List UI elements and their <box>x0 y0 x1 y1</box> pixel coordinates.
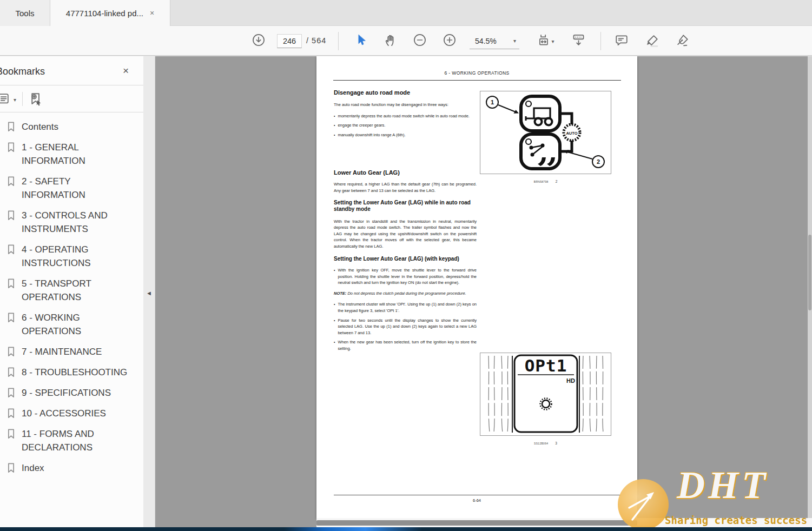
bullet-text: momentarily depress the auto road mode s… <box>338 113 477 120</box>
bookmark-label: 7 - MAINTENANCE <box>22 345 102 359</box>
panel-toolbar-divider <box>22 92 23 106</box>
zoom-in-button[interactable] <box>440 32 459 50</box>
bookmark-icon <box>6 408 16 419</box>
vertical-scrollbar-track[interactable] <box>808 56 812 518</box>
close-panel-icon[interactable]: × <box>123 65 129 77</box>
tab-tools[interactable]: Tools <box>0 0 50 26</box>
figure-id: SS12B064 <box>534 442 548 445</box>
bullet-item: The instrument cluster will show 'OPt'. … <box>334 301 477 314</box>
page-scrolling-button[interactable] <box>569 32 587 50</box>
bookmark-label: 11 - FORMS AND DECLARATIONS <box>22 427 136 454</box>
figure-auto-road-mode: AUTO 1 2 <box>480 91 611 174</box>
bookmark-icon <box>6 312 16 323</box>
zoom-out-button[interactable] <box>411 32 429 50</box>
horizontal-scrollbar-track[interactable] <box>316 518 812 527</box>
section-title: Disengage auto road mode <box>334 56 477 96</box>
bullet-item: When the new gear has been selected, tur… <box>334 339 477 351</box>
bookmark-icon <box>6 142 16 153</box>
toolbar-divider <box>600 32 601 50</box>
chevron-down-icon: ▾ <box>551 38 554 44</box>
hand-tool-button[interactable] <box>381 32 399 50</box>
panel-resize-handle[interactable]: ◄ <box>143 56 155 527</box>
taskbar-edge <box>0 527 812 531</box>
chevron-down-icon: ▾ <box>14 97 16 103</box>
panel-options-icon <box>0 91 11 108</box>
page-divider: / <box>306 36 309 45</box>
add-bookmark-icon <box>28 99 44 109</box>
tab-document-label: 47771104-linked pd... <box>66 9 143 18</box>
body-paragraph: The auto road mode function may be disen… <box>334 102 477 108</box>
bookmark-icon <box>6 462 16 474</box>
bookmark-label: 1 - GENERAL INFORMATION <box>22 141 136 168</box>
fountain-pen-icon <box>675 33 690 50</box>
page-number-input[interactable] <box>277 34 302 48</box>
note-label: NOTE: <box>334 291 346 296</box>
bullet-text: engage the creeper gears. <box>338 122 477 129</box>
bookmark-label: 8 - TROUBLESHOOTING <box>22 366 127 379</box>
bookmark-item[interactable]: 7 - MAINTENANCE <box>6 345 139 359</box>
vertical-scrollbar-thumb[interactable] <box>808 235 811 310</box>
bookmark-item[interactable]: Contents <box>6 120 139 134</box>
bookmark-label: Contents <box>22 120 58 134</box>
bookmark-item[interactable]: 11 - FORMS AND DECLARATIONS <box>6 427 139 454</box>
bullet-text: Pause for two seconds until the display … <box>338 317 477 336</box>
bookmark-item[interactable]: 1 - GENERAL INFORMATION <box>6 141 139 168</box>
callout-1: 1 <box>491 99 494 105</box>
bookmark-icon <box>6 367 16 378</box>
bookmark-item[interactable]: 5 - TRANSPORT OPERATIONS <box>6 277 139 304</box>
hd-indicator: HD <box>566 377 575 384</box>
footer-rule <box>334 495 620 495</box>
pdf-viewer-window: Tools 47771104-linked pd... × / 564 <box>0 0 812 531</box>
bullet-text: manually downshift into range A (6th). <box>338 132 477 138</box>
bullet-item: manually downshift into range A (6th). <box>334 132 477 138</box>
bookmark-label: 10 - ACCESSORIES <box>22 407 106 420</box>
add-bookmark-button[interactable] <box>28 91 44 109</box>
bookmark-label: 2 - SAFETY INFORMATION <box>22 175 136 202</box>
note-paragraph: NOTE: Do not depress the clutch pedal du… <box>334 290 477 297</box>
text-column: Disengage auto road mode The auto road m… <box>334 56 477 352</box>
page-footer-number: 6-64 <box>316 498 637 503</box>
bookmark-list: Contents 1 - GENERAL INFORMATION 2 - SAF… <box>6 120 139 482</box>
select-tool-button[interactable] <box>352 32 370 50</box>
bookmarks-panel: Bookmarks × ▾ Contents <box>0 56 143 527</box>
bookmark-label: Index <box>22 461 44 475</box>
zoom-level-dropdown[interactable]: 54.5% ▾ <box>470 33 519 49</box>
document-viewport[interactable]: 6 - WORKING OPERATIONS Disengage auto ro… <box>155 56 812 527</box>
subsection-title: Setting the Lower Auto Gear (LAG) (with … <box>334 256 477 263</box>
dht-watermark-title: DHT <box>677 463 769 508</box>
plus-circle-icon <box>443 33 457 49</box>
comment-button[interactable] <box>612 32 631 50</box>
download-icon <box>252 33 266 49</box>
figure-number: 3 <box>555 441 557 445</box>
chevron-down-icon: ▾ <box>513 38 516 44</box>
bookmark-item[interactable]: Index <box>6 461 139 475</box>
toolbar-divider <box>338 32 339 50</box>
save-download-button[interactable] <box>249 32 268 50</box>
bookmarks-panel-title: Bookmarks <box>0 66 45 77</box>
collapse-panel-icon[interactable]: ◄ <box>146 290 152 296</box>
bookmark-item[interactable]: 10 - ACCESSORIES <box>6 407 139 420</box>
bookmark-item[interactable]: 2 - SAFETY INFORMATION <box>6 175 139 202</box>
highlight-button[interactable] <box>643 32 662 50</box>
bullet-item: With the ignition key OFF, move the shut… <box>334 267 477 286</box>
highlighter-icon <box>645 33 660 50</box>
page-fit-button[interactable]: ▾ <box>533 32 559 50</box>
close-tab-icon[interactable]: × <box>150 9 154 17</box>
bookmark-item[interactable]: 9 - SPECIFICATIONS <box>6 386 139 400</box>
bookmark-item[interactable]: 3 - CONTROLS AND INSTRUMENTS <box>6 209 139 236</box>
bullet-item: Pause for two seconds until the display … <box>334 317 477 336</box>
bookmark-icon <box>6 387 16 399</box>
bookmarks-panel-toolbar: ▾ <box>0 85 143 112</box>
horizontal-scrollbar-thumb[interactable] <box>316 520 637 526</box>
bookmark-options-button[interactable]: ▾ <box>0 91 16 108</box>
bookmark-item[interactable]: 8 - TROUBLESHOOTING <box>6 366 139 379</box>
bookmark-item[interactable]: 6 - WORKING OPERATIONS <box>6 311 139 338</box>
figure-id: BRN58798 <box>534 180 549 183</box>
fill-sign-button[interactable] <box>673 32 691 50</box>
bullet-item: momentarily depress the auto road mode s… <box>334 113 477 120</box>
fit-width-icon <box>537 33 551 49</box>
bullet-item: engage the creeper gears. <box>334 122 477 129</box>
tab-document[interactable]: 47771104-linked pd... × <box>50 0 170 26</box>
bookmark-item[interactable]: 4 - OPERATING INSTRUCTIONS <box>6 243 139 270</box>
figure-caption: SS12B0643 <box>480 437 611 447</box>
